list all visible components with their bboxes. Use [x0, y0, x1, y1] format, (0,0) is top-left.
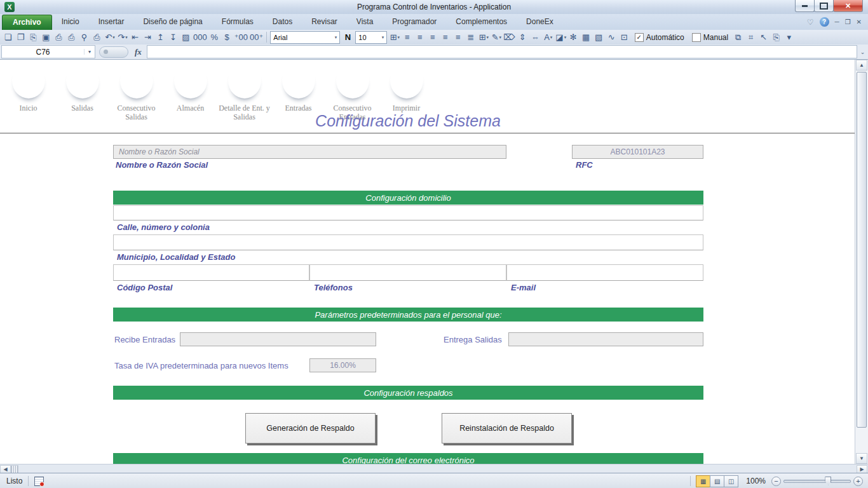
ribbon-tab-bar: Archivo InicioInsertarDiseño de páginaFó…	[0, 14, 868, 30]
email-input[interactable]	[506, 264, 703, 281]
formula-bar-expand-icon[interactable]: ⌄	[857, 49, 868, 55]
sheet-tab-splitter[interactable]	[11, 465, 18, 473]
email-label: E-mail	[511, 283, 536, 292]
toolbar: ❏❐⎘▣⎙⎙⚲⎙↶▾↷▾⇤⇥↥↧▨000%$⁺0000⁺ Arial▾ N 10…	[0, 30, 868, 45]
street-input[interactable]	[113, 205, 703, 220]
zoom-out-button[interactable]: −	[771, 477, 781, 486]
ribbon-tab[interactable]: Insertar	[89, 14, 134, 30]
iva-value: 16.00%	[310, 361, 376, 370]
iva-label: Tasa de IVA predeterminada para nuevos I…	[114, 361, 288, 370]
ribbon-tab[interactable]: Complementos	[446, 14, 517, 30]
scroll-left-icon[interactable]: ◀	[0, 465, 11, 473]
postal-code-label: Código Postal	[117, 283, 172, 292]
name-box-dropdown-icon[interactable]: ▾	[84, 49, 95, 55]
status-bar: Listo ▦ ▤ ◫ 100% − +	[0, 473, 868, 488]
nav-orb	[336, 63, 369, 98]
zoom-slider: − +	[771, 477, 863, 486]
company-name-label: Nombre o Razón Social	[116, 160, 208, 170]
rfc-value: ABC010101A23	[573, 147, 703, 156]
formula-input[interactable]	[147, 45, 857, 58]
vertical-scroll-thumb[interactable]	[857, 72, 867, 428]
delivers-input[interactable]	[508, 332, 703, 346]
window-controls: ✕	[796, 0, 863, 12]
page-break-view-button[interactable]: ◫	[724, 475, 738, 487]
checkbox-empty-icon	[692, 33, 701, 42]
heart-icon[interactable]: ♡	[807, 18, 814, 27]
ribbon-right-controls: ♡ ? ─ ❐ ✕	[807, 17, 862, 27]
close-button[interactable]: ✕	[833, 0, 863, 12]
scroll-down-icon[interactable]: ▼	[856, 453, 867, 464]
pill-dot-icon	[104, 50, 108, 54]
automatic-label: Automático	[646, 33, 684, 42]
fx-icon[interactable]: fx	[135, 47, 142, 57]
rfc-input[interactable]: ABC010101A23	[572, 145, 703, 159]
nav-orb	[174, 63, 207, 98]
workbook-restore-icon[interactable]: ❐	[845, 18, 851, 25]
zoom-slider-track[interactable]	[783, 480, 851, 483]
toolbar-separator	[266, 32, 267, 43]
nav-orb	[228, 63, 261, 98]
title-bar[interactable]: X Programa Control de Inventarios - Appl…	[0, 0, 868, 15]
receives-input[interactable]	[180, 332, 376, 346]
restore-button[interactable]	[814, 0, 834, 12]
email-section-header: Configuración del correo electrónico	[113, 453, 703, 464]
workbook-minimize-icon[interactable]: ─	[835, 18, 839, 25]
worksheet: Inicio Salidas Consecutivo Salidas	[0, 60, 855, 464]
scroll-right-icon[interactable]: ▶	[857, 465, 867, 473]
ribbon-tab[interactable]: DoneEx	[517, 14, 563, 30]
phones-input[interactable]	[309, 264, 506, 281]
status-separator	[28, 476, 29, 486]
phones-label: Teléfonos	[314, 283, 353, 292]
page-layout-view-button[interactable]: ▤	[710, 475, 724, 487]
ribbon-tab[interactable]: Revisar	[302, 14, 347, 30]
macro-record-icon[interactable]	[34, 477, 44, 486]
zoom-slider-thumb[interactable]	[825, 477, 831, 485]
name-box[interactable]: C76 ▾	[1, 45, 95, 58]
ribbon-tab[interactable]: Programador	[383, 14, 446, 30]
nav-orb	[282, 63, 315, 98]
normal-view-button[interactable]: ▦	[696, 475, 710, 487]
company-name-input[interactable]: Nombre o Razón Social	[113, 145, 506, 159]
receives-label: Recibe Entradas	[114, 335, 175, 344]
vertical-scrollbar[interactable]: ▲ ▼	[855, 60, 868, 464]
municipality-input[interactable]	[113, 234, 703, 250]
delivers-label: Entrega Salidas	[444, 335, 502, 344]
ribbon-tab[interactable]: Diseño de página	[133, 14, 212, 30]
zoom-level[interactable]: 100%	[746, 477, 766, 485]
nav-orb	[390, 63, 423, 98]
nav-orb	[12, 63, 45, 98]
company-name-placeholder: Nombre o Razón Social	[114, 147, 200, 156]
bold-button[interactable]: N	[341, 32, 354, 43]
page-title: Configuración del Sistema	[0, 112, 816, 130]
font-size-select[interactable]: 10▾	[355, 31, 387, 44]
nav-orb	[66, 63, 99, 98]
horizontal-scrollbar[interactable]: ◀ ▶	[0, 464, 868, 473]
minimize-button[interactable]	[795, 0, 815, 12]
restore-backup-button[interactable]: Reinstalación de Respaldo	[442, 413, 572, 444]
ribbon-tab[interactable]: Vista	[347, 14, 383, 30]
manual-checkbox[interactable]: Manual	[692, 33, 728, 42]
municipality-label: Municipio, Localidad y Estado	[117, 252, 235, 262]
formula-bar: C76 ▾ fx ⌄	[0, 44, 868, 60]
font-name-select[interactable]: Arial▾	[270, 31, 340, 44]
rfc-label: RFC	[576, 160, 593, 170]
workbook-close-icon[interactable]: ✕	[857, 18, 862, 25]
restore-icon	[820, 3, 828, 10]
automatic-checkbox[interactable]: ✓ Automático	[635, 33, 684, 42]
iva-input[interactable]: 16.00%	[309, 358, 376, 372]
insert-function-pill[interactable]	[99, 46, 128, 58]
ribbon-tab[interactable]: Inicio	[52, 14, 89, 30]
zoom-in-button[interactable]: +	[853, 477, 863, 486]
ribbon-tab[interactable]: Datos	[263, 14, 302, 30]
help-icon[interactable]: ?	[820, 17, 829, 27]
ribbon-tab[interactable]: Fórmulas	[212, 14, 263, 30]
ribbon-tab-archivo[interactable]: Archivo	[2, 15, 52, 30]
status-separator	[690, 476, 691, 486]
minimize-icon	[802, 5, 808, 7]
scroll-up-icon[interactable]: ▲	[856, 60, 867, 71]
postal-code-input[interactable]	[113, 264, 309, 281]
personnel-section-header: Parámetros predeterminados para el perso…	[113, 308, 703, 322]
status-ready-text: Listo	[6, 477, 22, 485]
generate-backup-button[interactable]: Generación de Respaldo	[245, 413, 376, 444]
street-label: Calle, número y colonia	[117, 222, 210, 232]
